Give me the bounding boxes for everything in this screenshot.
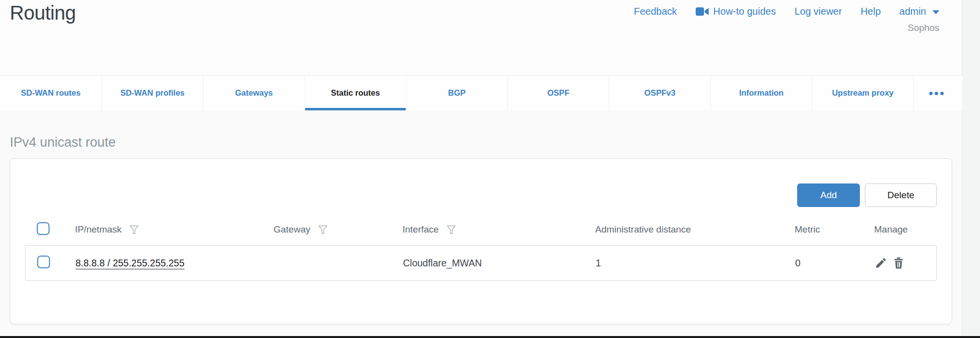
section-title: IPv4 unicast route: [10, 110, 952, 150]
chevron-down-icon: [932, 10, 939, 14]
feedback-label: Feedback: [634, 6, 677, 17]
table-header-row: IP/netmask Gateway Interface: [25, 216, 937, 243]
tab-static-routes[interactable]: Static routes: [304, 76, 406, 110]
tab-ospfv3[interactable]: OSPFv3: [609, 76, 710, 110]
column-manage: Manage: [874, 224, 908, 235]
howto-guides-label: How-to guides: [713, 6, 776, 17]
column-admin-distance: Administrative distance: [595, 224, 691, 235]
howto-guides-link[interactable]: How-to guides: [696, 6, 776, 17]
edit-pencil-icon[interactable]: [875, 257, 887, 269]
add-button[interactable]: Add: [797, 183, 860, 207]
tab-gateways[interactable]: Gateways: [203, 76, 304, 110]
routing-tabbar: SD-WAN routes SD-WAN profiles Gateways S…: [0, 75, 962, 110]
column-gateway: Gateway: [274, 224, 310, 235]
delete-button[interactable]: Delete: [865, 183, 937, 207]
filter-icon[interactable]: [128, 224, 140, 235]
tab-sd-wan-profiles[interactable]: SD-WAN profiles: [101, 76, 203, 110]
screen-bottom-edge: [0, 336, 980, 338]
route-interface-cell: Cloudflare_MWAN: [403, 258, 596, 269]
page-header: Routing Feedback How-to guides Log viewe…: [0, 0, 962, 75]
tab-ospf[interactable]: OSPF: [507, 76, 609, 110]
page-title: Routing: [10, 2, 75, 24]
content-area: IPv4 unicast route Add Delete IP/netmask: [0, 110, 962, 337]
log-viewer-link[interactable]: Log viewer: [795, 6, 842, 17]
route-metric-cell: 0: [795, 258, 875, 269]
app-window: Routing Feedback How-to guides Log viewe…: [0, 0, 962, 337]
tab-sd-wan-routes[interactable]: SD-WAN routes: [0, 76, 101, 110]
column-ip-netmask: IP/netmask: [75, 224, 122, 235]
row-checkbox[interactable]: [37, 256, 50, 268]
feedback-link[interactable]: Feedback: [634, 6, 677, 17]
manage-cell: [875, 257, 925, 269]
tab-upstream-proxy[interactable]: Upstream proxy: [812, 76, 913, 110]
brand-label: Sophos: [908, 23, 939, 33]
admin-menu-label: admin: [900, 6, 926, 17]
log-viewer-label: Log viewer: [795, 6, 842, 17]
route-admin-distance-cell: 1: [596, 258, 795, 269]
tab-bgp[interactable]: BGP: [406, 76, 507, 110]
admin-menu[interactable]: admin: [900, 6, 939, 17]
table-row: 8.8.8.8 / 255.255.255.255 Cloudflare_MWA…: [25, 245, 937, 281]
filter-icon[interactable]: [446, 224, 457, 235]
static-routes-card: Add Delete IP/netmask Gateway: [10, 158, 952, 324]
tabs-overflow-button[interactable]: •••: [913, 76, 960, 110]
video-camera-icon: [696, 7, 709, 16]
table-toolbar: Add Delete: [25, 183, 937, 207]
trash-icon[interactable]: [892, 257, 905, 269]
route-ip-link[interactable]: 8.8.8.8 / 255.255.255.255: [75, 258, 184, 268]
column-interface: Interface: [402, 224, 439, 235]
select-all-checkbox[interactable]: [37, 222, 50, 235]
top-navigation: Feedback How-to guides Log viewer Help a…: [634, 6, 939, 17]
filter-icon[interactable]: [317, 224, 328, 235]
tab-information[interactable]: Information: [710, 76, 812, 110]
help-label: Help: [860, 6, 880, 17]
column-metric: Metric: [795, 224, 820, 235]
help-link[interactable]: Help: [860, 6, 880, 17]
